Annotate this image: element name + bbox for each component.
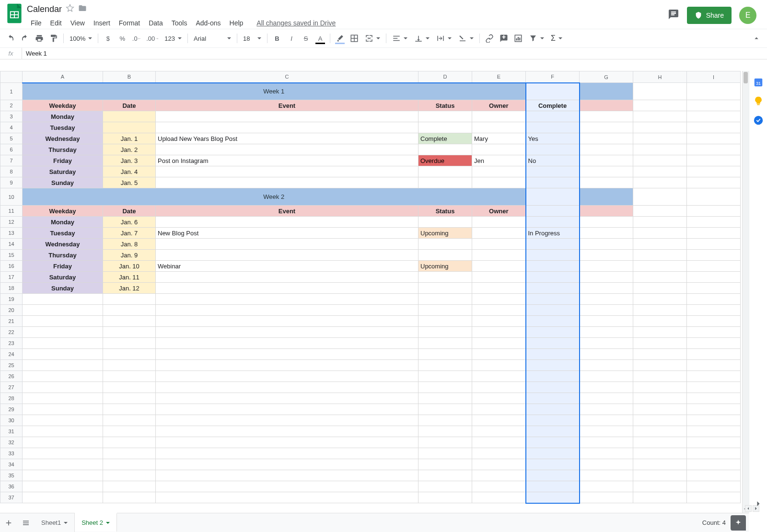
filter-button[interactable] [526,31,547,46]
cell[interactable] [103,459,156,470]
cell[interactable] [156,144,418,155]
cell[interactable] [156,481,418,492]
cell[interactable] [526,188,580,206]
spreadsheet-grid[interactable]: ABCDEFGHI1Week 12WeekdayDateEventStatusO… [0,71,749,513]
cell[interactable]: Jan. 2 [103,144,156,155]
cell[interactable] [103,327,156,338]
column-header-A[interactable]: A [23,71,103,83]
paint-format-button[interactable] [47,31,60,46]
row-header[interactable]: 8 [0,166,23,177]
cell[interactable] [580,206,633,217]
cell[interactable] [580,382,633,393]
cell[interactable] [580,228,633,239]
row-header[interactable]: 29 [0,404,23,415]
cell[interactable] [633,166,687,177]
cell[interactable] [418,404,472,415]
cell[interactable]: Friday [23,155,103,166]
cell[interactable] [580,217,633,228]
cell[interactable] [472,177,526,188]
cell[interactable]: Owner [472,206,526,217]
add-sheet-button[interactable] [0,514,17,532]
cell[interactable] [633,338,687,349]
cell[interactable] [418,283,472,294]
collapse-toolbar-button[interactable] [750,31,763,46]
cell[interactable] [156,492,418,503]
column-header-H[interactable]: H [633,71,687,83]
row-header[interactable]: 33 [0,448,23,459]
comments-icon[interactable] [668,9,679,22]
cell[interactable]: Jan. 12 [103,283,156,294]
cell[interactable] [472,239,526,250]
cell[interactable] [526,470,580,481]
row-header[interactable]: 1 [0,83,23,100]
row-header[interactable]: 11 [0,206,23,217]
cell[interactable] [687,133,741,144]
cell[interactable] [687,188,741,206]
cell[interactable] [526,393,580,404]
cell[interactable] [472,349,526,360]
cell[interactable] [103,470,156,481]
cell[interactable] [687,426,741,437]
wrap-button[interactable] [433,31,454,46]
cell[interactable] [633,294,687,305]
cell[interactable] [687,382,741,393]
cell[interactable] [687,360,741,371]
cell[interactable]: Jan. 9 [103,250,156,261]
cell[interactable]: Webinar [156,261,418,272]
week-header[interactable]: Week 1 [23,83,526,100]
cell[interactable] [633,316,687,327]
cell[interactable]: Upload New Years Blog Post [156,133,418,144]
folder-icon[interactable] [78,4,87,14]
cell[interactable] [687,305,741,316]
cell[interactable] [156,426,418,437]
cell[interactable]: Event [156,206,418,217]
cell[interactable]: No [526,155,580,166]
cell[interactable]: Thursday [23,144,103,155]
cell[interactable]: Complete [526,100,580,111]
cell[interactable] [687,481,741,492]
row-header[interactable]: 22 [0,327,23,338]
cell[interactable] [156,404,418,415]
cell[interactable] [23,338,103,349]
cell[interactable]: Sunday [23,283,103,294]
cell[interactable] [103,360,156,371]
cell[interactable] [687,144,741,155]
cell[interactable] [633,404,687,415]
cell[interactable] [103,393,156,404]
star-icon[interactable] [66,4,74,14]
cell[interactable] [156,371,418,382]
cell[interactable] [156,448,418,459]
cell[interactable] [472,459,526,470]
row-header[interactable]: 6 [0,144,23,155]
cell[interactable] [156,349,418,360]
cell[interactable] [526,437,580,448]
cell[interactable] [580,166,633,177]
cell[interactable] [156,177,418,188]
borders-button[interactable] [348,31,361,46]
cell[interactable] [580,144,633,155]
cell[interactable]: Yes [526,133,580,144]
explore-button[interactable] [731,515,746,531]
cell[interactable] [687,166,741,177]
cell[interactable] [418,338,472,349]
cell[interactable] [418,122,472,133]
undo-button[interactable] [4,31,17,46]
cell[interactable] [472,382,526,393]
cell[interactable] [633,426,687,437]
cell[interactable]: Overdue [418,155,472,166]
cell[interactable] [580,155,633,166]
cell[interactable] [103,294,156,305]
chart-button[interactable] [511,31,525,46]
cell[interactable]: In Progress [526,228,580,239]
cell[interactable]: Complete [418,133,472,144]
share-button[interactable]: Share [687,7,732,24]
cell[interactable] [687,327,741,338]
column-header-D[interactable]: D [418,71,472,83]
cell[interactable] [526,426,580,437]
cell[interactable] [418,177,472,188]
cell[interactable] [526,305,580,316]
cell[interactable] [580,305,633,316]
cell[interactable] [418,492,472,503]
cell[interactable] [156,111,418,122]
cell[interactable] [633,217,687,228]
